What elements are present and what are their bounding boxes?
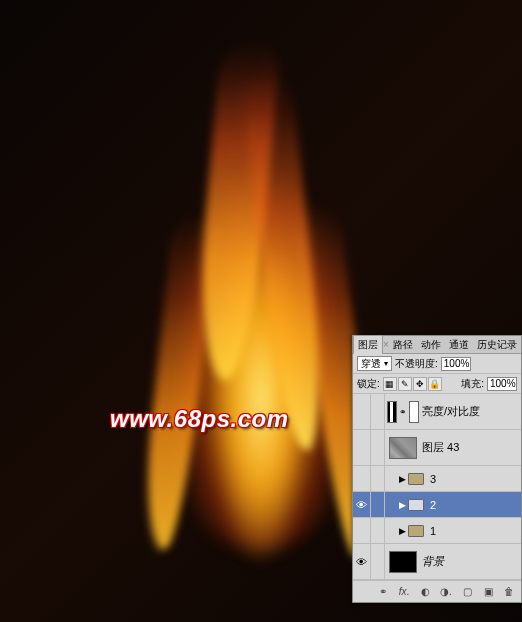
- blend-mode-select[interactable]: 穿透 ▾: [357, 356, 392, 371]
- trash-icon[interactable]: 🗑: [501, 585, 517, 599]
- disclosure-triangle-icon[interactable]: ▶: [399, 500, 406, 510]
- eye-icon: 👁: [356, 556, 367, 568]
- visibility-toggle[interactable]: [353, 394, 371, 429]
- layer-row-adjustment[interactable]: ⚭ 亮度/对比度: [353, 394, 521, 430]
- tab-history[interactable]: 历史记录: [473, 336, 521, 354]
- fill-label: 填充:: [461, 377, 484, 391]
- mask-thumb: [409, 401, 419, 423]
- layer-label: 背景: [419, 554, 521, 569]
- folder-icon: [408, 525, 424, 537]
- layer-thumb: [389, 437, 417, 459]
- layer-label: 3: [427, 473, 521, 485]
- blend-opacity-row: 穿透 ▾ 不透明度: 100%: [353, 354, 521, 374]
- mask-icon[interactable]: ◐: [417, 585, 433, 599]
- new-layer-icon[interactable]: ▣: [480, 585, 496, 599]
- blend-mode-value: 穿透: [361, 357, 381, 371]
- adjustment-icon[interactable]: ◑.: [438, 585, 454, 599]
- disclosure-triangle-icon[interactable]: ▶: [399, 526, 406, 536]
- watermark-text: www.68ps.com: [110, 405, 289, 433]
- fx-icon[interactable]: fx.: [396, 585, 412, 599]
- layer-row-43[interactable]: 图层 43: [353, 430, 521, 466]
- disclosure-triangle-icon[interactable]: ▶: [399, 474, 406, 484]
- lock-pixels-icon[interactable]: ✎: [398, 377, 412, 391]
- tab-layers[interactable]: 图层: [353, 335, 383, 354]
- layer-label: 1: [427, 525, 521, 537]
- layers-list: ⚭ 亮度/对比度 图层 43 ▶ 3: [353, 394, 521, 580]
- tab-channels[interactable]: 通道: [445, 336, 473, 354]
- layer-label: 图层 43: [419, 440, 521, 455]
- group-icon[interactable]: ▢: [459, 585, 475, 599]
- layer-group-1[interactable]: ▶ 1: [353, 518, 521, 544]
- chevron-down-icon: ▾: [384, 359, 388, 368]
- panel-tabs: 图层 × 路径 动作 通道 历史记录: [353, 336, 521, 354]
- folder-icon: [408, 499, 424, 511]
- layer-row-background[interactable]: 👁 背景: [353, 544, 521, 580]
- panel-footer: ⚭ fx. ◐ ◑. ▢ ▣ 🗑: [353, 580, 521, 602]
- lock-label: 锁定:: [357, 377, 380, 391]
- visibility-toggle[interactable]: [353, 466, 371, 491]
- fill-input[interactable]: 100%: [487, 377, 517, 391]
- visibility-toggle[interactable]: 👁: [353, 492, 371, 517]
- layers-panel: 图层 × 路径 动作 通道 历史记录 穿透 ▾ 不透明度: 100% 锁定: ▦…: [352, 335, 522, 603]
- visibility-toggle[interactable]: 👁: [353, 544, 371, 579]
- layer-thumb: [389, 551, 417, 573]
- lock-position-icon[interactable]: ✥: [413, 377, 427, 391]
- layer-label: 2: [427, 499, 521, 511]
- link-icon: ⚭: [399, 407, 407, 417]
- eye-icon: 👁: [356, 499, 367, 511]
- lock-all-icon[interactable]: 🔒: [428, 377, 442, 391]
- tab-paths[interactable]: 路径: [389, 336, 417, 354]
- visibility-toggle[interactable]: [353, 430, 371, 465]
- layer-label: 亮度/对比度: [419, 404, 521, 419]
- folder-icon: [408, 473, 424, 485]
- adjustment-thumb: [387, 401, 397, 423]
- layer-group-3[interactable]: ▶ 3: [353, 466, 521, 492]
- lock-fill-row: 锁定: ▦ ✎ ✥ 🔒 填充: 100%: [353, 374, 521, 394]
- visibility-toggle[interactable]: [353, 518, 371, 543]
- canvas-area: www.68ps.com 图层 × 路径 动作 通道 历史记录 穿透 ▾ 不透明…: [0, 0, 522, 622]
- lock-buttons: ▦ ✎ ✥ 🔒: [383, 377, 442, 391]
- link-layers-icon[interactable]: ⚭: [375, 585, 391, 599]
- opacity-input[interactable]: 100%: [441, 357, 471, 371]
- opacity-label: 不透明度:: [395, 357, 438, 371]
- lock-transparency-icon[interactable]: ▦: [383, 377, 397, 391]
- tab-actions[interactable]: 动作: [417, 336, 445, 354]
- layer-group-2[interactable]: 👁 ▶ 2: [353, 492, 521, 518]
